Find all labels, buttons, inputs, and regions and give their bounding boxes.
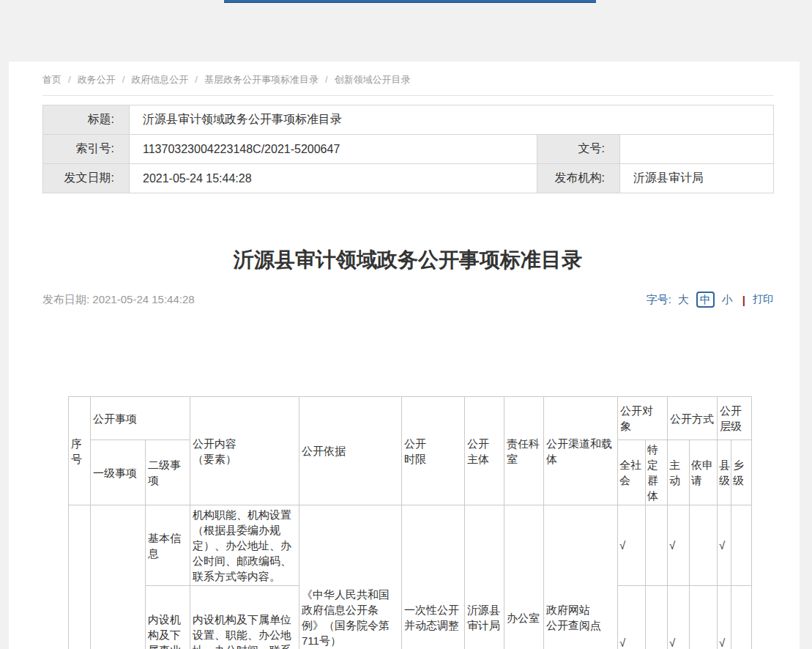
cell-seq (69, 505, 91, 649)
meta-docno-label: 文号: (537, 135, 620, 164)
fontsize-small-button[interactable]: 小 (722, 293, 733, 307)
header-audience-group: 公开对 象 (618, 397, 668, 440)
cell-time-limit: 一次性公开 并动态调整 (402, 505, 465, 649)
header-content: 公开内容 （要素） (190, 397, 299, 505)
header-time-limit: 公开 时限 (402, 397, 465, 505)
header-channels: 公开渠道和载 体 (544, 397, 618, 505)
header-proactive: 主 动 (668, 440, 690, 505)
header-township: 乡 级 (731, 440, 752, 505)
meta-row-title: 标题: 沂源县审计领域政务公开事项标准目录 (43, 105, 774, 135)
cell-level2: 基本信 息 (146, 505, 190, 586)
top-nav-bar-edge (224, 0, 596, 3)
header-level2: 二级事 项 (146, 440, 190, 505)
meta-docno-value (620, 135, 774, 164)
header-on-request: 依申 请 (690, 440, 718, 505)
page: { "top_bar": { "color": "#2f6ba6" }, "br… (0, 0, 812, 649)
print-button[interactable]: 打印 (753, 293, 773, 306)
cell-content: 内设机构及下属单位 设置、职能、办公地 址、办公时间、联系 方式、负责人姓名等 (190, 586, 299, 649)
header-department: 责任科 室 (504, 397, 544, 505)
header-method-group: 公开方式 (668, 397, 718, 440)
meta-title-value: 沂源县审计领域政务公开事项标准目录 (130, 105, 774, 135)
check-township (731, 505, 752, 586)
content-panel: 首页/政务公开/政府信息公开/基层政务公开事项标准目录/创新领域公开目录 标题:… (9, 62, 800, 649)
check-all-society: √ (618, 505, 646, 586)
cell-department: 办公室 (504, 505, 544, 649)
breadcrumb: 首页/政务公开/政府信息公开/基层政务公开事项标准目录/创新领域公开目录 (42, 74, 773, 96)
fontsize-controls: 字号: 大 中 小 | 打印 (647, 292, 773, 308)
publish-date: 发布日期: 2021-05-24 15:44:28 (42, 293, 195, 307)
check-specific-group (646, 505, 668, 586)
breadcrumb-separator: / (195, 74, 198, 85)
catalog-header-row-1: 序 号 公开事项 公开内容 （要素） 公开依据 公开 时限 公开 主体 责任科 … (69, 397, 752, 440)
cell-content: 机构职能、机构设置 （根据县委编办规 定）、办公地址、办 公时间、邮政编码、 联… (190, 505, 299, 586)
check-specific-group (646, 586, 668, 649)
header-item-group: 公开事项 (91, 397, 190, 440)
breadcrumb-item[interactable]: 创新领域公开目录 (335, 74, 411, 85)
cell-channels: 政府网站 公开查阅点 (544, 505, 618, 649)
header-basis: 公开依据 (299, 397, 402, 505)
cell-subject: 沂源县 审计局 (465, 505, 504, 649)
header-seq: 序 号 (69, 397, 91, 505)
meta-index-value: 11370323004223148C/2021-5200647 (130, 135, 537, 164)
breadcrumb-item[interactable]: 首页 (42, 74, 62, 85)
check-on-request (690, 586, 718, 649)
header-county: 县 级 (718, 440, 731, 505)
meta-date-label: 发文日期: (43, 164, 130, 193)
header-level1: 一级事项 (91, 440, 146, 505)
header-subject: 公开 主体 (465, 397, 504, 505)
meta-agency-value: 沂源县审计局 (620, 164, 774, 193)
check-all-society: √ (618, 586, 646, 649)
check-county: √ (718, 586, 731, 649)
meta-row-date: 发文日期: 2021-05-24 15:44:28 发布机构: 沂源县审计局 (43, 164, 774, 193)
breadcrumb-separator: / (325, 74, 328, 85)
check-proactive: √ (668, 586, 690, 649)
meta-row-index: 索引号: 11370323004223148C/2021-5200647 文号: (43, 135, 774, 164)
check-township (731, 586, 752, 649)
fontsize-medium-button[interactable]: 中 (696, 292, 715, 308)
breadcrumb-separator: / (122, 74, 125, 85)
meta-agency-label: 发布机构: (537, 164, 620, 193)
publish-date-value: 2021-05-24 15:44:28 (92, 293, 194, 305)
cell-basis: 《中华人民共和国 政府信息公开条 例》（国务院令第 711号） (299, 505, 402, 649)
catalog-table: 序 号 公开事项 公开内容 （要素） 公开依据 公开 时限 公开 主体 责任科 … (68, 396, 752, 649)
publish-date-label: 发布日期: (42, 293, 89, 305)
header-level-group: 公开 层级 (718, 397, 752, 440)
breadcrumb-item[interactable]: 基层政务公开事项标准目录 (204, 74, 319, 85)
fontsize-large-button[interactable]: 大 (678, 293, 689, 307)
divider: | (742, 294, 745, 306)
breadcrumb-item[interactable]: 政务公开 (78, 74, 116, 85)
page-title: 沂源县审计领域政务公开事项标准目录 (42, 245, 773, 275)
check-on-request (690, 505, 718, 586)
header-all-society: 全社 会 (618, 440, 646, 505)
check-proactive: √ (668, 505, 690, 586)
check-county: √ (718, 505, 731, 586)
meta-table: 标题: 沂源县审计领域政务公开事项标准目录 索引号: 1137032300422… (42, 105, 774, 193)
fontsize-label: 字号: (647, 293, 671, 307)
meta-date-value: 2021-05-24 15:44:28 (130, 164, 537, 193)
publish-row: 发布日期: 2021-05-24 15:44:28 字号: 大 中 小 | 打印 (42, 292, 773, 308)
meta-title-label: 标题: (43, 105, 130, 135)
meta-index-label: 索引号: (43, 135, 130, 164)
header-specific-group: 特 定 群 体 (646, 440, 668, 505)
breadcrumb-separator: / (68, 74, 71, 85)
cell-level1 (91, 505, 146, 649)
breadcrumb-item[interactable]: 政府信息公开 (131, 74, 188, 85)
table-row: 基本信 息 机构职能、机构设置 （根据县委编办规 定）、办公地址、办 公时间、邮… (69, 505, 752, 586)
cell-level2: 内设机 构及下 属事业 单位 (146, 586, 190, 649)
